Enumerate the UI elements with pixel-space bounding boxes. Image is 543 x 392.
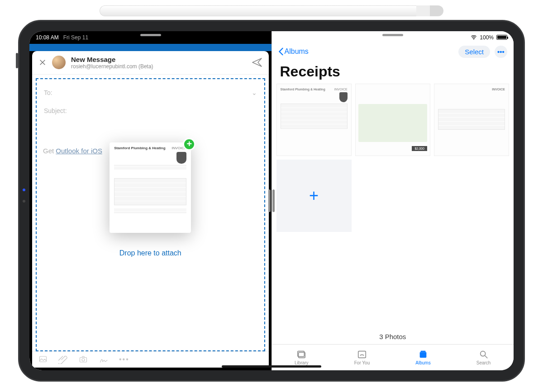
library-icon	[296, 349, 307, 359]
battery-icon	[496, 35, 507, 40]
chevron-down-icon[interactable]: ⌄	[252, 89, 257, 96]
svg-rect-8	[420, 350, 425, 352]
subject-field[interactable]: Subject:	[43, 102, 258, 120]
outlook-app-bar	[29, 44, 272, 51]
status-time: 10:08 AM	[36, 34, 59, 41]
multitask-pill-left[interactable]	[140, 34, 161, 36]
status-bar: 100%	[272, 31, 514, 44]
drop-caption: Drop here to attach	[37, 249, 264, 257]
ipad-device: 10:08 AM Fri Sep 11 New Message rosieh@l…	[18, 11, 525, 382]
add-badge-icon: +	[183, 138, 195, 151]
select-button[interactable]: Select	[458, 46, 490, 58]
avatar	[52, 56, 66, 69]
screen: 10:08 AM Fri Sep 11 New Message rosieh@l…	[29, 31, 514, 370]
outlook-ios-link[interactable]: Outlook for iOS	[56, 147, 102, 155]
dragging-attachment[interactable]: + Stamford Plumbing & Heating INVOICE	[110, 142, 191, 233]
compose-sender: rosieh@lucernepubintl.com (Beta)	[71, 63, 153, 70]
wifi-icon	[471, 34, 477, 41]
signature-icon[interactable]	[99, 355, 108, 364]
send-button[interactable]	[252, 57, 262, 68]
battery-percent: 100%	[480, 34, 494, 41]
status-date: Fri Sep 11	[63, 34, 88, 41]
apple-pencil	[100, 5, 443, 16]
compose-header: New Message rosieh@lucernepubintl.com (B…	[32, 51, 269, 75]
compose-title: New Message	[71, 56, 153, 63]
svg-point-2	[82, 359, 85, 361]
more-button[interactable]: •••	[495, 46, 507, 58]
splitview-handle[interactable]	[268, 189, 271, 212]
paperclip-icon[interactable]	[58, 355, 67, 364]
svg-point-3	[473, 39, 474, 40]
drop-zone[interactable]: To: ⌄ Subject: Get Outlook for iOS + Sta…	[36, 78, 265, 351]
outlook-app: 10:08 AM Fri Sep 11 New Message rosieh@l…	[29, 31, 272, 370]
tab-foryou[interactable]: For You	[354, 349, 370, 365]
photos-nav: Albums Select •••	[272, 44, 514, 61]
photos-app: 100% Albums Select ••• Receip	[272, 31, 514, 370]
tab-library[interactable]: Library	[295, 349, 309, 365]
tab-albums[interactable]: Albums	[415, 349, 430, 365]
album-title: Receipts	[272, 61, 514, 84]
image-icon[interactable]	[38, 355, 48, 364]
splitview-handle[interactable]	[272, 189, 275, 212]
photo-thumbnail[interactable]: Stamford Plumbing & HeatingINVOICE	[276, 84, 352, 156]
search-icon	[478, 349, 489, 359]
photo-thumbnail[interactable]: $2,000	[355, 84, 430, 156]
home-indicator[interactable]	[222, 365, 321, 368]
photo-count: 3 Photos	[272, 322, 514, 344]
foryou-icon	[357, 349, 367, 359]
svg-rect-1	[80, 358, 87, 363]
tab-search[interactable]: Search	[476, 349, 491, 365]
status-bar: 10:08 AM Fri Sep 11	[29, 31, 272, 44]
add-photo-button[interactable]: +	[276, 160, 352, 232]
multitask-pill-right[interactable]	[382, 34, 403, 36]
to-field[interactable]: To: ⌄	[43, 84, 258, 102]
photo-thumbnail[interactable]: INVOICE	[434, 84, 509, 156]
svg-rect-7	[420, 352, 427, 358]
svg-rect-0	[40, 356, 47, 362]
more-icon[interactable]: •••	[119, 355, 129, 364]
back-button[interactable]: Albums	[278, 47, 309, 56]
compose-sheet: New Message rosieh@lucernepubintl.com (B…	[32, 51, 269, 368]
photo-grid: Stamford Plumbing & HeatingINVOICE $2,00…	[272, 84, 514, 232]
ipad-frame: 10:08 AM Fri Sep 11 New Message rosieh@l…	[18, 20, 525, 382]
albums-icon	[418, 349, 429, 359]
svg-point-9	[480, 351, 485, 356]
close-button[interactable]	[38, 58, 47, 66]
camera-icon[interactable]	[78, 355, 88, 364]
